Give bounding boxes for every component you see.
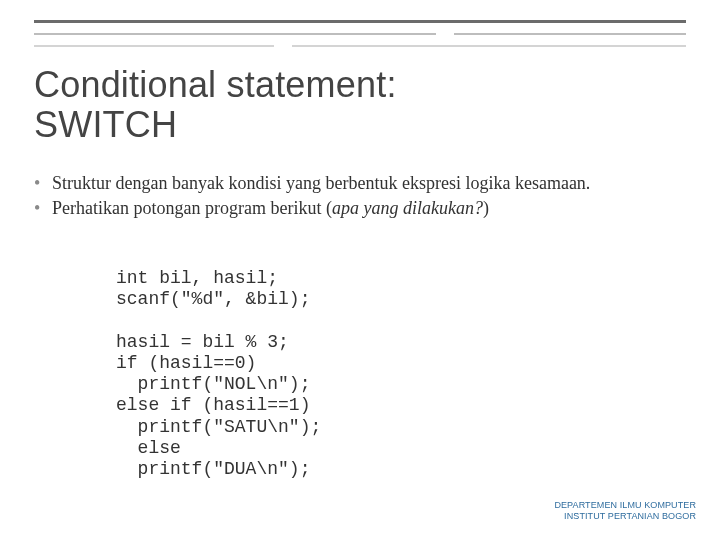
footer: DEPARTEMEN ILMU KOMPUTER INSTITUT PERTAN… xyxy=(554,500,696,522)
header-bar-mid-left xyxy=(34,33,436,35)
page-title: Conditional statement: SWITCH xyxy=(34,65,514,144)
header-bar-bot-right xyxy=(292,45,686,47)
bullet-item: Struktur dengan banyak kondisi yang berb… xyxy=(34,172,686,195)
footer-line-1: DEPARTEMEN ILMU KOMPUTER xyxy=(554,500,696,511)
bullet-item: Perhatikan potongan program berikut (apa… xyxy=(34,197,686,220)
header-bar-mid-right xyxy=(454,33,686,35)
bullet-text-post: ) xyxy=(483,198,489,218)
slide: Conditional statement: SWITCH Struktur d… xyxy=(0,0,720,540)
header-bar-thick xyxy=(34,20,686,23)
footer-line-2: INSTITUT PERTANIAN BOGOR xyxy=(554,511,696,522)
bullet-text-emphasis: apa yang dilakuka​n? xyxy=(332,198,483,218)
bullet-text: Struktur dengan banyak kondisi yang berb… xyxy=(52,173,590,193)
decorative-header-bars xyxy=(34,20,686,44)
header-bar-bot-left xyxy=(34,45,274,47)
bullet-text-pre: Perhatikan potongan program berikut ( xyxy=(52,198,332,218)
bullet-list: Struktur dengan banyak kondisi yang berb… xyxy=(34,172,686,221)
code-snippet: int bil, hasil; scanf("%d", &bil); hasil… xyxy=(116,268,660,480)
